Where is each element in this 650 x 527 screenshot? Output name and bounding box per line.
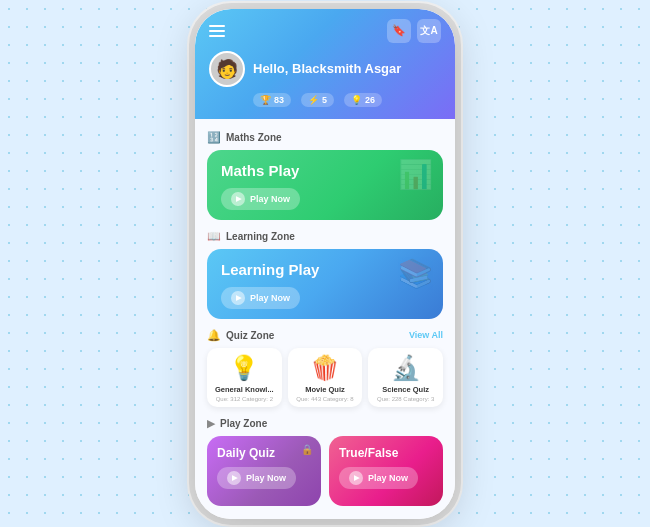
maths-play-card[interactable]: 📊 Maths Play ▶ Play Now [207, 150, 443, 220]
learning-card-decoration: 📚 [398, 257, 433, 290]
quiz-meta-0: Que: 312 Category: 2 [211, 396, 278, 402]
learning-play-circle: ▶ [231, 291, 245, 305]
play-section-icon: ▶ [207, 417, 215, 430]
stat-bolt: ⚡ 5 [301, 93, 334, 107]
learning-zone-label: Learning Zone [226, 231, 295, 242]
quiz-zone-label: Quiz Zone [226, 330, 274, 341]
play-zone-label: Play Zone [220, 418, 267, 429]
bulb-icon: 💡 [351, 95, 362, 105]
stat-bulb: 💡 26 [344, 93, 382, 107]
lock-icon: 🔒 [301, 444, 313, 455]
quiz-section-icon: 🔔 [207, 329, 221, 342]
top-bar: 🔖 文A [209, 19, 441, 43]
maths-play-circle: ▶ [231, 192, 245, 206]
learning-zone-header: 📖 Learning Zone [207, 230, 443, 243]
stat-trophy: 🏆 83 [253, 93, 291, 107]
quiz-grid: 💡 General Knowl... Que: 312 Category: 2 … [207, 348, 443, 407]
quiz-emoji-1: 🍿 [292, 354, 359, 382]
play-zone-header: ▶ Play Zone [207, 417, 443, 430]
quiz-meta-1: Que: 443 Category: 8 [292, 396, 359, 402]
quiz-zone-header: 🔔 Quiz Zone [207, 329, 274, 342]
true-false-play-circle: ▶ [349, 471, 363, 485]
stat-value-2: 5 [322, 95, 327, 105]
true-false-card[interactable]: True/False ▶ Play Now [329, 436, 443, 506]
quiz-name-2: Science Quiz [372, 385, 439, 394]
maths-section-icon: 🔢 [207, 131, 221, 144]
view-all-button[interactable]: View All [409, 330, 443, 340]
quiz-card-0[interactable]: 💡 General Knowl... Que: 312 Category: 2 [207, 348, 282, 407]
phone-frame: 🔖 文A 🧑 Hello, Blacksmith Asgar 🏆 83 ⚡ 5 … [195, 9, 455, 519]
bolt-icon: ⚡ [308, 95, 319, 105]
learning-play-button[interactable]: ▶ Play Now [221, 287, 300, 309]
play-zone-cards: 🔒 Daily Quiz ▶ Play Now True/False ▶ Pla… [207, 436, 443, 506]
user-row: 🧑 Hello, Blacksmith Asgar [209, 51, 441, 87]
quiz-meta-2: Que: 228 Category: 3 [372, 396, 439, 402]
app-header: 🔖 文A 🧑 Hello, Blacksmith Asgar 🏆 83 ⚡ 5 … [195, 9, 455, 119]
quiz-name-1: Movie Quiz [292, 385, 359, 394]
maths-play-button[interactable]: ▶ Play Now [221, 188, 300, 210]
daily-quiz-play-circle: ▶ [227, 471, 241, 485]
trophy-icon: 🏆 [260, 95, 271, 105]
daily-quiz-card[interactable]: 🔒 Daily Quiz ▶ Play Now [207, 436, 321, 506]
hamburger-menu[interactable] [209, 25, 225, 37]
daily-quiz-play-button[interactable]: ▶ Play Now [217, 467, 296, 489]
bookmark-icon[interactable]: 🔖 [387, 19, 411, 43]
avatar: 🧑 [209, 51, 245, 87]
quiz-card-2[interactable]: 🔬 Science Quiz Que: 228 Category: 3 [368, 348, 443, 407]
stat-value-1: 83 [274, 95, 284, 105]
learning-section-icon: 📖 [207, 230, 221, 243]
quiz-zone-header-row: 🔔 Quiz Zone View All [207, 329, 443, 342]
stat-value-3: 26 [365, 95, 375, 105]
maths-zone-label: Maths Zone [226, 132, 282, 143]
maths-play-label: Play Now [250, 194, 290, 204]
maths-card-decoration: 📊 [398, 158, 433, 191]
quiz-name-0: General Knowl... [211, 385, 278, 394]
top-icon-group: 🔖 文A [387, 19, 441, 43]
daily-quiz-play-label: Play Now [246, 473, 286, 483]
quiz-emoji-2: 🔬 [372, 354, 439, 382]
quiz-card-1[interactable]: 🍿 Movie Quiz Que: 443 Category: 8 [288, 348, 363, 407]
daily-quiz-title: Daily Quiz [217, 446, 311, 460]
learning-play-label: Play Now [250, 293, 290, 303]
learning-play-card[interactable]: 📚 Learning Play ▶ Play Now [207, 249, 443, 319]
main-content: 🔢 Maths Zone 📊 Maths Play ▶ Play Now 📖 L… [195, 119, 455, 519]
maths-zone-header: 🔢 Maths Zone [207, 131, 443, 144]
true-false-play-label: Play Now [368, 473, 408, 483]
translate-icon[interactable]: 文A [417, 19, 441, 43]
true-false-play-button[interactable]: ▶ Play Now [339, 467, 418, 489]
quiz-emoji-0: 💡 [211, 354, 278, 382]
user-greeting: Hello, Blacksmith Asgar [253, 61, 401, 76]
stats-row: 🏆 83 ⚡ 5 💡 26 [253, 93, 441, 107]
true-false-title: True/False [339, 446, 433, 460]
